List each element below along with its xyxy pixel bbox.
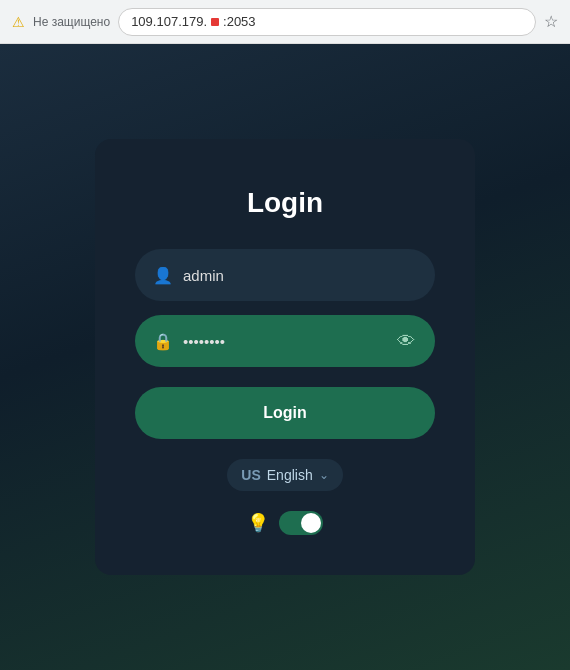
login-button[interactable]: Login: [135, 387, 435, 439]
input-group: 👤 🔒 👁: [135, 249, 435, 367]
language-flag-code: us: [241, 467, 260, 483]
username-input-wrapper: 👤: [135, 249, 435, 301]
toggle-knob: [301, 513, 321, 533]
lock-icon: 🔒: [153, 332, 173, 351]
not-secure-label: Не защищено: [33, 15, 110, 29]
language-selector[interactable]: us English ⌄: [227, 459, 342, 491]
password-input-wrapper: 🔒 👁: [135, 315, 435, 367]
password-input[interactable]: [183, 333, 385, 350]
language-name: English: [267, 467, 313, 483]
page-background: Login 👤 🔒 👁 Login us English ⌄: [0, 44, 570, 670]
address-bar[interactable]: 109.107.179.:2053: [118, 8, 536, 36]
show-password-button[interactable]: 👁: [395, 329, 417, 354]
eye-icon: 👁: [397, 331, 415, 352]
browser-bar: ⚠ Не защищено 109.107.179.:2053 ☆: [0, 0, 570, 44]
bookmark-icon[interactable]: ☆: [544, 12, 558, 31]
username-input[interactable]: [183, 267, 417, 284]
theme-toggle-row: 💡: [247, 511, 323, 535]
chevron-down-icon: ⌄: [319, 468, 329, 482]
login-card: Login 👤 🔒 👁 Login us English ⌄: [95, 139, 475, 575]
address-text: 109.107.179.: [131, 14, 207, 29]
redacted-dot: [211, 18, 219, 26]
bulb-icon: 💡: [247, 512, 269, 534]
user-icon: 👤: [153, 266, 173, 285]
warning-icon: ⚠: [12, 14, 25, 30]
address-port: :2053: [223, 14, 256, 29]
theme-toggle-switch[interactable]: [279, 511, 323, 535]
login-title: Login: [247, 187, 323, 219]
